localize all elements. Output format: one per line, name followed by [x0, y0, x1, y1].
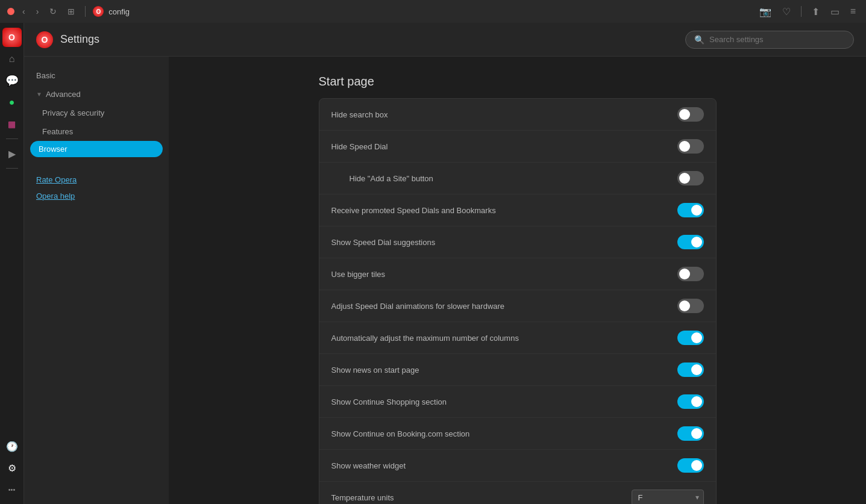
settings-header: O Settings 🔍 — [24, 23, 866, 57]
sidebar-opera-logo[interactable]: O — [2, 28, 22, 47]
setting-row-adjust-animations: Adjust Speed Dial animations for slower … — [319, 290, 716, 322]
section-title: Start page — [319, 75, 717, 89]
setting-row-bigger-tiles: Use bigger tiles — [319, 258, 716, 290]
titlebar-actions: 📷 ♡ ⬆ ▭ ≡ — [756, 5, 859, 19]
setting-row-booking: Show Continue on Booking.com section — [319, 418, 716, 450]
sidebar-link-opera-help[interactable]: Opera help — [24, 188, 169, 204]
toggle-continue-shopping[interactable] — [677, 394, 704, 409]
forward-button[interactable]: › — [33, 5, 42, 17]
setting-label-hide-add-site: Hide "Add a Site" button — [350, 174, 677, 183]
sidebar-item-more[interactable]: ••• — [2, 480, 22, 499]
sidebar-nav-browser[interactable]: Browser — [30, 141, 163, 157]
toggle-hide-search-box[interactable] — [677, 107, 704, 122]
battery-icon[interactable]: ▭ — [827, 5, 842, 19]
setting-row-hide-search-box: Hide search box — [319, 99, 716, 131]
settings-card: Hide search box Hide Speed Dial Hide "Ad… — [319, 98, 717, 504]
sidebar-nav-basic[interactable]: Basic — [24, 66, 169, 85]
toggle-adjust-animations[interactable] — [677, 299, 704, 313]
traffic-light — [7, 8, 14, 15]
sidebar-item-history[interactable]: 🕐 — [2, 437, 22, 456]
toggle-hide-speed-dial[interactable] — [677, 139, 704, 154]
setting-label-receive-promoted: Receive promoted Speed Dials and Bookmar… — [331, 206, 677, 215]
settings-content-area: Start page Hide search box Hide Speed Di… — [169, 57, 866, 504]
share-icon[interactable]: ⬆ — [809, 5, 823, 19]
middle-panel: O Settings 🔍 Basic ▼ Advanced Privacy & … — [24, 23, 866, 504]
toggle-booking[interactable] — [677, 426, 704, 441]
page-tab-title: config — [108, 7, 130, 16]
toggle-weather[interactable] — [677, 458, 704, 473]
titlebar-divider — [85, 6, 86, 17]
setting-label-speed-dial-suggestions: Show Speed Dial suggestions — [331, 238, 677, 247]
setting-label-hide-speed-dial: Hide Speed Dial — [331, 142, 677, 151]
setting-row-auto-columns: Automatically adjust the maximum number … — [319, 322, 716, 354]
search-icon: 🔍 — [694, 35, 704, 45]
sidebar-item-settings[interactable]: ⚙ — [2, 458, 22, 478]
temperature-select-wrapper: F C — [632, 490, 704, 505]
setting-row-hide-speed-dial: Hide Speed Dial — [319, 131, 716, 163]
setting-row-show-news: Show news on start page — [319, 354, 716, 386]
sidebar-nav-privacy[interactable]: Privacy & security — [24, 104, 169, 122]
sidebar-divider-2 — [6, 168, 18, 169]
search-settings-input[interactable] — [709, 35, 845, 44]
sidebar-link-rate-opera[interactable]: Rate Opera — [24, 172, 169, 188]
setting-label-weather: Show weather widget — [331, 461, 677, 470]
setting-row-speed-dial-suggestions: Show Speed Dial suggestions — [319, 226, 716, 258]
setting-label-show-news: Show news on start page — [331, 366, 677, 375]
app-layout: O ⌂ 💬 ● ▦ ▶ 🕐 ⚙ ••• O Settings 🔍 — [0, 23, 866, 504]
setting-label-temperature: Temperature units — [331, 493, 632, 502]
heart-icon[interactable]: ♡ — [779, 5, 794, 19]
titlebar-divider2 — [801, 6, 802, 17]
setting-row-receive-promoted: Receive promoted Speed Dials and Bookmar… — [319, 194, 716, 226]
toggle-speed-dial-suggestions[interactable] — [677, 235, 704, 249]
setting-label-adjust-animations: Adjust Speed Dial animations for slower … — [331, 302, 677, 311]
refresh-button[interactable]: ↻ — [46, 5, 60, 17]
sidebar-item-messenger[interactable]: 💬 — [2, 71, 22, 90]
sidebar-divider-1 — [6, 138, 18, 139]
sidebar-item-whatsapp[interactable]: ● — [2, 93, 22, 112]
content-below-header: Basic ▼ Advanced Privacy & security Feat… — [24, 57, 866, 504]
setting-row-hide-add-site: Hide "Add a Site" button — [319, 163, 716, 194]
advanced-arrow-icon: ▼ — [36, 91, 42, 98]
sidebar-nav-features[interactable]: Features — [24, 122, 169, 141]
toggle-hide-add-site[interactable] — [677, 171, 704, 185]
sidebar-nav-advanced[interactable]: ▼ Advanced — [24, 85, 169, 104]
search-settings-box[interactable]: 🔍 — [685, 31, 854, 49]
setting-row-temperature: Temperature units F C — [319, 482, 716, 504]
settings-page-title: Settings — [60, 33, 99, 46]
camera-icon[interactable]: 📷 — [756, 5, 774, 19]
setting-label-booking: Show Continue on Booking.com section — [331, 429, 677, 438]
opera-favicon: O — [93, 6, 104, 17]
settings-header-left: O Settings — [36, 31, 99, 48]
toggle-bigger-tiles[interactable] — [677, 267, 704, 281]
grid-button[interactable]: ⊞ — [64, 5, 78, 17]
setting-row-weather: Show weather widget — [319, 450, 716, 482]
settings-opera-logo: O — [36, 31, 53, 48]
setting-label-bigger-tiles: Use bigger tiles — [331, 270, 677, 279]
toggle-receive-promoted[interactable] — [677, 203, 704, 217]
temperature-select[interactable]: F C — [632, 490, 704, 505]
icon-sidebar: O ⌂ 💬 ● ▦ ▶ 🕐 ⚙ ••• — [0, 23, 24, 504]
menu-icon[interactable]: ≡ — [847, 5, 859, 18]
settings-content: Start page Hide search box Hide Speed Di… — [307, 57, 729, 504]
sidebar-nav-advanced-label: Advanced — [46, 90, 81, 99]
sidebar-item-home[interactable]: ⌂ — [2, 49, 22, 69]
toggle-show-news[interactable] — [677, 362, 704, 377]
back-button[interactable]: ‹ — [19, 5, 28, 17]
setting-row-continue-shopping: Show Continue Shopping section — [319, 386, 716, 418]
settings-sidebar: Basic ▼ Advanced Privacy & security Feat… — [24, 57, 169, 504]
toggle-auto-columns[interactable] — [677, 331, 704, 345]
titlebar: ‹ › ↻ ⊞ O config 📷 ♡ ⬆ ▭ ≡ — [0, 0, 866, 23]
setting-label-hide-search-box: Hide search box — [331, 110, 677, 119]
setting-label-continue-shopping: Show Continue Shopping section — [331, 397, 677, 406]
setting-label-auto-columns: Automatically adjust the maximum number … — [331, 334, 677, 343]
sidebar-item-instagram[interactable]: ▦ — [2, 114, 22, 134]
sidebar-item-flow[interactable]: ▶ — [2, 144, 22, 163]
sidebar-links: Rate Opera Opera help — [24, 172, 169, 204]
